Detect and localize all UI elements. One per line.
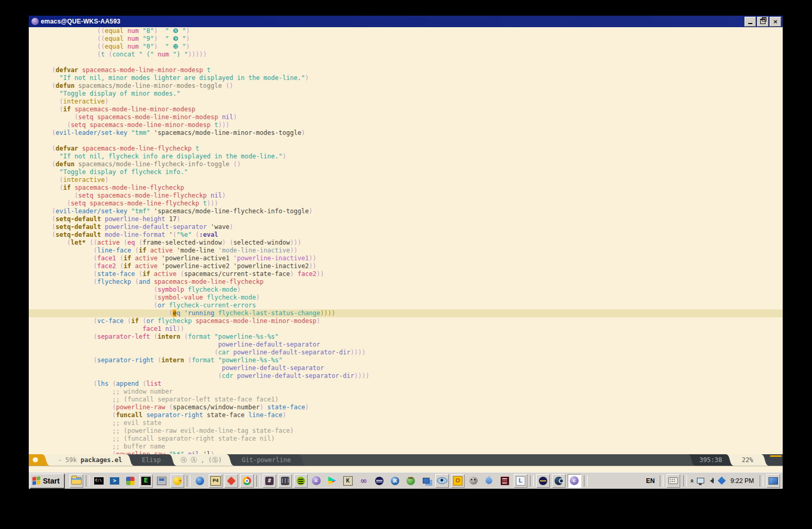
wave-separator bbox=[726, 454, 734, 466]
pixelk-icon[interactable] bbox=[341, 474, 355, 488]
steam-icon[interactable] bbox=[552, 474, 566, 488]
buffer-name-segment[interactable]: packages.el bbox=[81, 454, 126, 466]
spotify-icon[interactable] bbox=[294, 474, 308, 488]
window-titlebar[interactable]: emacs@QUE-WKS-AA593 × bbox=[29, 16, 783, 27]
vcs-segment[interactable]: Git-powerline bbox=[234, 454, 299, 466]
code-line: (evil-leader/set-key "tmm" 'spacemacs/mo… bbox=[29, 129, 783, 137]
scroll-hud-bar bbox=[770, 455, 782, 457]
globe-icon[interactable] bbox=[193, 474, 207, 488]
position-segment[interactable]: 395:38 bbox=[696, 454, 726, 466]
code-line: "If not nil, minor modes lighter are dis… bbox=[29, 74, 783, 82]
close-button[interactable]: × bbox=[770, 17, 781, 27]
percent-segment[interactable]: 22% bbox=[734, 454, 761, 466]
start-button[interactable]: Start bbox=[30, 474, 64, 488]
snake-icon[interactable] bbox=[404, 474, 418, 488]
wave-separator bbox=[761, 454, 769, 466]
keyboard-icon[interactable] bbox=[667, 474, 680, 488]
speaker-icon[interactable] bbox=[707, 478, 716, 484]
code-line: powerline-default-separator bbox=[29, 364, 783, 372]
colorapp-icon[interactable] bbox=[123, 474, 137, 488]
taskbar: Start EN « 9:22 PM bbox=[29, 472, 783, 489]
taskbar-divider bbox=[187, 475, 190, 487]
wave-separator bbox=[168, 454, 177, 466]
taskbar-divider bbox=[86, 475, 89, 487]
dropbox-icon[interactable] bbox=[719, 478, 725, 484]
code-line: ;; (powerline-raw evil-mode-line-tag sta… bbox=[29, 427, 783, 435]
code-line: (cdr powerline-default-separator-dir)))) bbox=[29, 372, 783, 380]
taskbar-divider bbox=[683, 475, 687, 487]
outlook-icon[interactable] bbox=[451, 474, 465, 488]
eye-icon[interactable] bbox=[435, 474, 449, 488]
code-line: (setq-default powerline-height 17) bbox=[29, 215, 783, 223]
minimize-button[interactable] bbox=[745, 17, 756, 27]
code-line: (setq spacemacs-mode-line-flycheckp nil) bbox=[29, 192, 783, 200]
taskbar-divider bbox=[530, 475, 534, 487]
wave-separator bbox=[298, 454, 307, 466]
system-tray: EN « 9:22 PM bbox=[643, 474, 782, 488]
emacs-icon[interactable] bbox=[310, 474, 323, 488]
chrome-icon[interactable] bbox=[240, 474, 254, 488]
code-line: ;; (funcall separator-left state-face fa… bbox=[29, 396, 783, 404]
network-icon[interactable] bbox=[697, 478, 704, 484]
echo-area[interactable] bbox=[29, 466, 783, 472]
play-icon[interactable] bbox=[325, 474, 339, 488]
p4-icon[interactable] bbox=[209, 474, 222, 488]
emacs-term-icon[interactable] bbox=[139, 474, 153, 488]
window-number-segment[interactable]: ❶ bbox=[29, 454, 42, 466]
diamond-icon[interactable] bbox=[224, 474, 238, 488]
show-desktop-icon[interactable] bbox=[766, 474, 780, 488]
code-line: (lhs (append (list bbox=[29, 380, 783, 388]
editor-buffer[interactable]: ((equal num "8") " ❽ ") ((equal num "9")… bbox=[29, 27, 783, 454]
buffer-state-segment[interactable]: - 59k bbox=[50, 454, 81, 466]
code-line: (setq-default mode-line-format '("%e" (:… bbox=[29, 231, 783, 239]
wave-separator bbox=[687, 454, 696, 466]
monitors-icon[interactable] bbox=[420, 474, 433, 488]
tray-clock[interactable]: 9:22 PM bbox=[726, 477, 758, 485]
code-line: (interactive) bbox=[29, 176, 783, 184]
code-line: (defvar spacemacs-mode-line-minor-modesp… bbox=[29, 66, 783, 74]
minimize-icon bbox=[748, 23, 752, 24]
code-line: (line-face (if active 'mode-line 'mode-l… bbox=[29, 247, 783, 255]
close-icon: × bbox=[773, 19, 777, 25]
emacs-active-icon[interactable] bbox=[568, 474, 581, 488]
modeline-fill[interactable] bbox=[307, 454, 687, 466]
cmd-icon[interactable] bbox=[92, 474, 106, 488]
code-line: (setq spacemacs-mode-line-minor-modesp t… bbox=[29, 121, 783, 129]
code-line: (if spacemacs-mode-line-flycheckp bbox=[29, 184, 783, 192]
infinity-icon[interactable] bbox=[357, 474, 370, 488]
code-line: (setq spacemacs-mode-line-minor-modesp n… bbox=[29, 113, 783, 121]
hide-icons-chevron-icon[interactable]: « bbox=[690, 477, 694, 485]
major-mode-segment[interactable]: Elisp bbox=[134, 454, 168, 466]
code-line: (funcall separator-right state-face line… bbox=[29, 411, 783, 419]
modeline: ❶ - 59k packages.el Elisp Ⓗ Ⓐ , (Ⓢ) Git-… bbox=[29, 454, 783, 466]
duck-icon[interactable] bbox=[171, 474, 184, 488]
gimp-icon[interactable] bbox=[467, 474, 480, 488]
language-indicator[interactable]: EN bbox=[643, 477, 658, 485]
code-line bbox=[29, 59, 783, 66]
code-line: (state-face (if active (spacemacs/curren… bbox=[29, 270, 783, 278]
emacs-app-icon bbox=[31, 18, 39, 25]
code-line: (flycheckp (and spacemacs-mode-line-flyc… bbox=[29, 278, 783, 286]
eclipse-icon[interactable] bbox=[373, 474, 386, 488]
start-label: Start bbox=[43, 477, 60, 485]
quill-icon[interactable] bbox=[482, 474, 496, 488]
slack-icon[interactable] bbox=[263, 474, 276, 488]
eclipse2-icon[interactable] bbox=[536, 474, 550, 488]
taskbar-divider bbox=[256, 475, 260, 487]
code-line: (separator-left (intern (format "powerli… bbox=[29, 333, 783, 341]
code-line: "If not nil, flycheck info are displayed… bbox=[29, 153, 783, 160]
powershell-icon[interactable] bbox=[108, 474, 121, 488]
folder-icon[interactable] bbox=[70, 474, 83, 488]
intellij-icon[interactable] bbox=[498, 474, 512, 488]
disk-icon[interactable] bbox=[155, 474, 168, 488]
minor-modes-segment[interactable]: Ⓗ Ⓐ , (Ⓢ) bbox=[177, 454, 226, 466]
window-title: emacs@QUE-WKS-AA593 bbox=[41, 18, 743, 25]
linq-icon[interactable] bbox=[514, 474, 527, 488]
restore-button[interactable] bbox=[757, 17, 769, 27]
code-line: (vc-face (if (or flycheckp spacemacs-mod… bbox=[29, 317, 783, 325]
code-line: (or flycheck-current-errors bbox=[29, 302, 783, 309]
bars-icon[interactable] bbox=[278, 474, 292, 488]
rlang-icon[interactable] bbox=[388, 474, 402, 488]
code-line: (face1 (if active 'powerline-active1 'po… bbox=[29, 255, 783, 262]
hud-segment[interactable] bbox=[769, 454, 783, 466]
